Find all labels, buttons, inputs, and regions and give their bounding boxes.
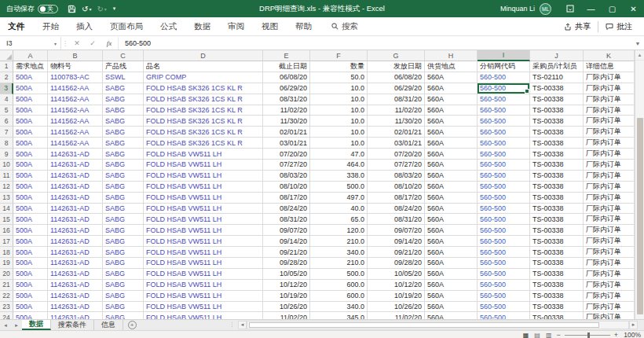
- cell-I13[interactable]: 560-500: [478, 193, 530, 204]
- cell-J20[interactable]: TS-00338: [530, 269, 584, 280]
- cell-B9[interactable]: 1142631-AD: [48, 149, 103, 160]
- minimize-button[interactable]: —: [580, 0, 602, 17]
- cell-A13[interactable]: 500A: [13, 193, 48, 204]
- cell-I4[interactable]: 560-500: [478, 94, 530, 105]
- cell-F9[interactable]: 47.0: [310, 149, 368, 160]
- cell-B22[interactable]: 1142631-AD: [48, 291, 103, 302]
- cell-K2[interactable]: 厂际内订单: [584, 72, 635, 83]
- ribbon-tab-6[interactable]: 审阅: [219, 17, 253, 35]
- cell-D4[interactable]: FOLD HSAB SK326 1CS KL R: [144, 94, 263, 105]
- row-header-10[interactable]: 10: [0, 160, 13, 171]
- column-header-K[interactable]: K: [584, 50, 635, 61]
- cell-E11[interactable]: 08/03/20: [263, 171, 310, 182]
- cell-J5[interactable]: TS-00338: [530, 105, 584, 116]
- cell-G21[interactable]: 10/12/20: [368, 280, 425, 291]
- cell-E8[interactable]: 03/01/21: [263, 138, 310, 149]
- column-header-J[interactable]: J: [530, 50, 584, 61]
- cell-E7[interactable]: 02/01/21: [263, 127, 310, 138]
- column-header-C[interactable]: C: [103, 50, 144, 61]
- cell-H9[interactable]: 560A: [425, 149, 478, 160]
- row-header-4[interactable]: 4: [0, 94, 13, 105]
- page-break-view-button[interactable]: ▥: [546, 332, 552, 338]
- cell-D14[interactable]: FOLD HSAB VW511 LH: [144, 204, 263, 215]
- cell-G6[interactable]: 11/30/20: [368, 116, 425, 127]
- cell-A7[interactable]: 500A: [13, 127, 48, 138]
- cell-I9[interactable]: 560-500: [478, 149, 530, 160]
- cell-J13[interactable]: TS-00338: [530, 193, 584, 204]
- autosave-toggle[interactable]: 自动保存 关: [6, 4, 58, 14]
- cell-J24[interactable]: TS-00338: [530, 312, 584, 319]
- cell-F6[interactable]: 10.0: [310, 116, 368, 127]
- cell-H12[interactable]: 560A: [425, 182, 478, 193]
- cell-I21[interactable]: 560-500: [478, 280, 530, 291]
- cell-D23[interactable]: FOLD HSAB VW511 LH: [144, 302, 263, 313]
- name-box[interactable]: I3 ▾: [0, 37, 61, 50]
- cell-C12[interactable]: SABG: [103, 182, 144, 193]
- cell-E10[interactable]: 07/27/20: [263, 160, 310, 171]
- cell-H4[interactable]: 560A: [425, 94, 478, 105]
- cell-I16[interactable]: 560-500: [478, 225, 530, 236]
- cell-H15[interactable]: 560A: [425, 214, 478, 225]
- cell-D1[interactable]: 品名: [144, 61, 263, 72]
- cell-J7[interactable]: TS-00338: [530, 127, 584, 138]
- cell-J3[interactable]: TS-00338: [530, 83, 584, 94]
- cell-F24[interactable]: 345.0: [310, 312, 368, 319]
- cell-H2[interactable]: 560A: [425, 72, 478, 83]
- cell-K8[interactable]: 厂际内订单: [584, 138, 635, 149]
- cell-K7[interactable]: 厂际内订单: [584, 127, 635, 138]
- cell-A22[interactable]: 500A: [13, 291, 48, 302]
- cell-C7[interactable]: SABG: [103, 127, 144, 138]
- cell-F22[interactable]: 600.0: [310, 291, 368, 302]
- cell-G2[interactable]: 06/08/20: [368, 72, 425, 83]
- cell-A9[interactable]: 500A: [13, 149, 48, 160]
- row-header-11[interactable]: 11: [0, 171, 13, 182]
- user-avatar[interactable]: ML: [540, 3, 551, 15]
- row-header-20[interactable]: 20: [0, 269, 13, 280]
- cell-G13[interactable]: 08/17/20: [368, 193, 425, 204]
- cell-I23[interactable]: 560-500: [478, 302, 530, 313]
- horizontal-scrollbar[interactable]: ⋮ ◂ ▸: [229, 320, 638, 329]
- column-header-G[interactable]: G: [368, 50, 425, 61]
- redo-button[interactable]: ↻▾: [95, 5, 108, 13]
- ribbon-tab-7[interactable]: 视图: [253, 17, 287, 35]
- cell-E5[interactable]: 11/02/20: [263, 105, 310, 116]
- cell-D16[interactable]: FOLD HSAB VW511 LH: [144, 225, 263, 236]
- cell-E22[interactable]: 10/19/20: [263, 291, 310, 302]
- name-box-dropdown-icon[interactable]: ▾: [54, 41, 57, 46]
- cell-H14[interactable]: 560A: [425, 204, 478, 215]
- cell-K1[interactable]: 详细信息: [584, 61, 635, 72]
- column-header-E[interactable]: E: [263, 50, 310, 61]
- cell-A23[interactable]: 500A: [13, 302, 48, 313]
- cell-E18[interactable]: 09/21/20: [263, 247, 310, 258]
- cell-E1[interactable]: 截止日期: [263, 61, 310, 72]
- cell-H11[interactable]: 560A: [425, 171, 478, 182]
- cell-H18[interactable]: 560A: [425, 247, 478, 258]
- cell-A5[interactable]: 500A: [13, 105, 48, 116]
- cell-I5[interactable]: 560-500: [478, 105, 530, 116]
- cell-F12[interactable]: 500.0: [310, 182, 368, 193]
- cell-J14[interactable]: TS-00338: [530, 204, 584, 215]
- cell-K3[interactable]: 厂际内订单: [584, 83, 635, 94]
- cell-A14[interactable]: 500A: [13, 204, 48, 215]
- cell-G1[interactable]: 发放日期: [368, 61, 425, 72]
- row-header-16[interactable]: 16: [0, 225, 13, 236]
- cell-F19[interactable]: 210.0: [310, 258, 368, 269]
- sheet-tab[interactable]: 数据: [22, 320, 51, 330]
- cell-K22[interactable]: 厂际内订单: [584, 291, 635, 302]
- cell-A1[interactable]: 需求地点: [13, 61, 48, 72]
- cell-I18[interactable]: 560-500: [478, 247, 530, 258]
- cell-E19[interactable]: 09/28/20: [263, 258, 310, 269]
- column-header-I[interactable]: I: [478, 50, 530, 61]
- cell-H1[interactable]: 供货地点: [425, 61, 478, 72]
- save-button[interactable]: [66, 5, 78, 13]
- cell-J15[interactable]: TS-00338: [530, 214, 584, 225]
- cell-F23[interactable]: 340.0: [310, 302, 368, 313]
- cell-B19[interactable]: 1142631-AD: [48, 258, 103, 269]
- cell-A11[interactable]: 500A: [13, 171, 48, 182]
- cell-J19[interactable]: TS-00338: [530, 258, 584, 269]
- cell-G10[interactable]: 07/27/20: [368, 160, 425, 171]
- ribbon-tab-file[interactable]: 文件: [0, 17, 34, 35]
- cell-E9[interactable]: 07/20/20: [263, 149, 310, 160]
- cell-J4[interactable]: TS-00338: [530, 94, 584, 105]
- cell-G8[interactable]: 03/01/21: [368, 138, 425, 149]
